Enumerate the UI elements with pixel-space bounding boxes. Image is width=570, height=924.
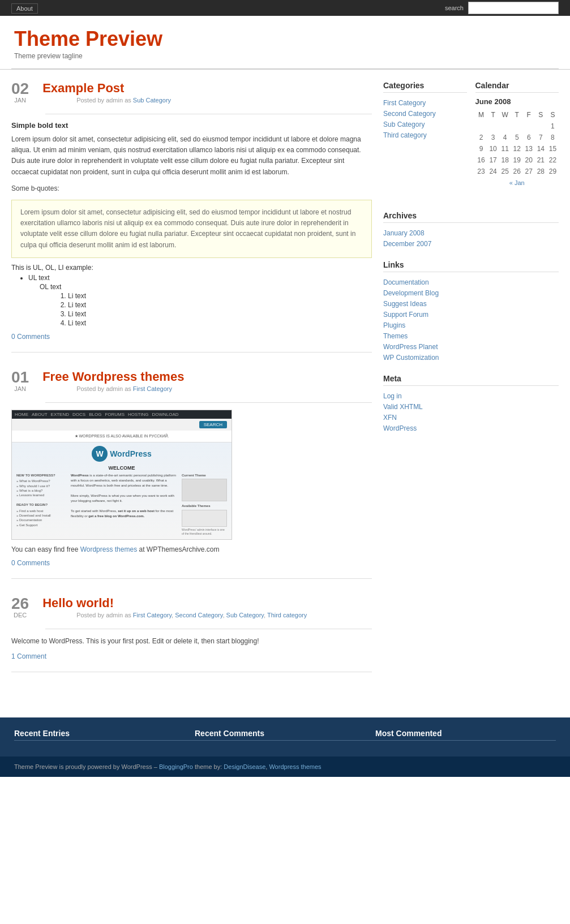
list-item: Sub Category [383,119,467,130]
link-suggest-ideas[interactable]: Suggest Ideas [383,300,427,308]
post-1-category-link[interactable]: Sub Category [133,97,171,104]
archive-link-1[interactable]: January 2008 [383,229,425,237]
wordpress-themes-link[interactable]: Wordpress themes [80,545,137,553]
post-3-divider [45,629,372,629]
list-item: Li text [68,310,372,318]
link-wp-planet[interactable]: WordPress Planet [383,343,438,351]
post-3-cat4[interactable]: Third category [267,612,307,618]
categories-widget: Categories First Category Second Categor… [383,81,467,140]
list-item: January 2008 [383,227,559,238]
list-item: Development Blog [383,287,559,298]
list-item: Third category [383,130,467,140]
archive-link-2[interactable]: December 2007 [383,240,431,248]
list-item: Valid XHTML [383,401,559,412]
recent-entries-title: Recent Entries [14,729,195,741]
post-1-ol: Li text Li text Li text Li text [68,292,372,327]
post-3-comments: 1 Comment [11,652,372,660]
link-themes[interactable]: Themes [383,332,408,340]
post-3-cat3[interactable]: Sub Category [226,612,264,618]
category-link-1[interactable]: First Category [383,99,426,107]
post-3-comments-link[interactable]: 1 Comment [11,652,46,660]
post-1-meta: Posted by admin as Sub Category [76,97,372,104]
post-3-title[interactable]: Hello world! [42,596,372,611]
footer-wpthemes-link[interactable]: Wordpress themes [269,763,321,770]
categories-title: Categories [383,81,467,93]
post-2: 01 JAN Free Wordpress themes Posted by a… [11,369,372,579]
category-link-4[interactable]: Third category [383,131,427,139]
post-2-title[interactable]: Free Wordpress themes [42,369,372,384]
links-widget: Links Documentation Development Blog Sug… [383,260,559,363]
categories-list: First Category Second Category Sub Categ… [383,97,467,140]
post-1-comments-link[interactable]: 0 Comments [11,333,50,341]
link-dev-blog[interactable]: Development Blog [383,289,439,297]
list-item: Themes [383,330,559,341]
list-item: Documentation [383,277,559,287]
post-1-title[interactable]: Example Post [42,81,372,96]
links-list: Documentation Development Blog Suggest I… [383,277,559,363]
post-2-divider [45,402,372,403]
post-1-body: Lorem ipsum dolor sit amet, consectetur … [11,134,372,178]
search-input[interactable] [468,2,559,14]
meta-wordpress[interactable]: WordPress [383,424,417,432]
links-title: Links [383,260,559,272]
recent-entries-widget: Recent Entries [14,729,195,745]
list-item: Li text [68,292,372,300]
post-3-cat1[interactable]: First Category [133,612,172,618]
post-2-date: 01 JAN [11,369,29,392]
archives-list: January 2008 December 2007 [383,227,559,249]
footer-text: Theme Preview is proudly powered by Word… [14,763,556,770]
archives-widget: Archives January 2008 December 2007 [383,211,559,249]
meta-xhtml[interactable]: Valid XHTML [383,403,423,411]
site-tagline: Theme preview tagline [14,52,556,60]
link-support-forum[interactable]: Support Forum [383,311,428,319]
meta-xfn[interactable]: XFN [383,414,397,422]
search-label: search [445,5,464,11]
list-item: Suggest Ideas [383,298,559,309]
recent-comments-title: Recent Comments [195,729,375,741]
post-3: 26 DEC Hello world! Posted by admin as F… [11,596,372,672]
post-1-bold: Simple bold text [11,121,372,130]
calendar-title: Calendar [475,81,559,93]
meta-list: Log in Valid XHTML XFN WordPress [383,390,559,433]
list-item: Plugins [383,320,559,330]
link-plugins[interactable]: Plugins [383,321,405,329]
list-item: XFN [383,412,559,423]
post-3-date: 26 DEC [11,596,29,618]
category-link-2[interactable]: Second Category [383,110,436,118]
list-item: Li text [68,319,372,327]
list-item: WordPress [383,423,559,433]
list-item: First Category [383,97,467,108]
most-commented-title: Most Commented [375,729,556,741]
post-1-blockquote: Lorem ipsum dolor sit amet, consectetur … [11,200,372,258]
post-2-body: You can easy find free Wordpress themes … [11,545,372,553]
list-item: Support Forum [383,309,559,320]
link-wp-customization[interactable]: WP Customization [383,354,439,362]
list-item: Second Category [383,108,467,119]
list-item: December 2007 [383,238,559,249]
post-3-body: Welcome to WordPress. This is your first… [11,636,372,647]
calendar-prev-link[interactable]: « Jan [509,179,525,186]
post-1-date: 02 JAN [11,81,29,104]
post-2-category-link[interactable]: First Category [133,385,172,392]
link-documentation[interactable]: Documentation [383,278,429,286]
post-3-meta: Posted by admin as First Category, Secon… [76,612,372,618]
recent-comments-widget: Recent Comments [195,729,375,745]
meta-widget: Meta Log in Valid XHTML XFN WordPress [383,374,559,433]
footer-bloggingpro-link[interactable]: BloggingPro [159,763,193,770]
post-2-comments-link[interactable]: 0 Comments [11,559,50,567]
footer-designdisease-link[interactable]: DesignDisease [224,763,265,770]
calendar-widget: Calendar June 2008 M T W T [475,81,559,188]
meta-title: Meta [383,374,559,386]
header-divider [11,68,559,69]
post-3-cat2[interactable]: Second Category [175,612,222,618]
list-item: Li text [68,301,372,309]
site-title[interactable]: Theme Preview [14,27,556,51]
post-1: 02 JAN Example Post Posted by admin as S… [11,81,372,353]
meta-login[interactable]: Log in [383,392,402,400]
calendar-table: M T W T F S S [475,109,559,188]
post-1-bquote-label: Some b-quotes: [11,183,372,194]
post-2-comments: 0 Comments [11,559,372,567]
most-commented-widget: Most Commented [375,729,556,745]
category-link-3[interactable]: Sub Category [383,121,425,128]
about-nav-link[interactable]: About [11,3,38,14]
